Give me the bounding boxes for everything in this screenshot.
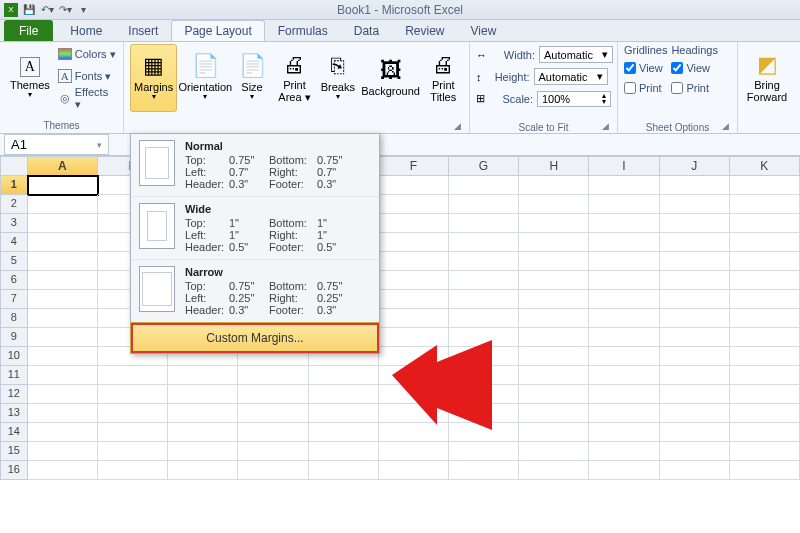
cell[interactable] xyxy=(660,328,730,347)
tab-home[interactable]: Home xyxy=(57,20,115,41)
orientation-button[interactable]: 📄Orientation▾ xyxy=(181,44,229,112)
cell[interactable] xyxy=(449,214,519,233)
row-header[interactable]: 10 xyxy=(0,347,28,366)
cell[interactable] xyxy=(730,233,800,252)
cell[interactable] xyxy=(519,271,589,290)
cell[interactable] xyxy=(98,461,168,480)
cell[interactable] xyxy=(660,442,730,461)
row-header[interactable]: 12 xyxy=(0,385,28,404)
row-header[interactable]: 4 xyxy=(0,233,28,252)
cell[interactable] xyxy=(379,309,449,328)
qat-customize-icon[interactable]: ▾ xyxy=(76,3,90,17)
cell[interactable] xyxy=(309,442,379,461)
cell[interactable] xyxy=(730,328,800,347)
cell[interactable] xyxy=(98,366,168,385)
cell[interactable] xyxy=(309,461,379,480)
bring-forward-button[interactable]: ◩Bring Forward xyxy=(744,44,790,112)
cell[interactable] xyxy=(449,176,519,195)
row-header[interactable]: 3 xyxy=(0,214,28,233)
cell[interactable] xyxy=(660,366,730,385)
cell[interactable] xyxy=(449,442,519,461)
cell[interactable] xyxy=(660,214,730,233)
cell[interactable] xyxy=(589,385,659,404)
cell[interactable] xyxy=(449,252,519,271)
cell[interactable] xyxy=(519,385,589,404)
cell[interactable] xyxy=(379,176,449,195)
row-header[interactable]: 9 xyxy=(0,328,28,347)
size-button[interactable]: 📄Size▾ xyxy=(233,44,270,112)
undo-icon[interactable]: ↶▾ xyxy=(40,3,54,17)
margins-option-narrow[interactable]: Narrow Top:0.75"Bottom:0.75" Left:0.25"R… xyxy=(131,260,379,323)
cell[interactable] xyxy=(519,404,589,423)
custom-margins-button[interactable]: Custom Margins... xyxy=(131,323,379,353)
themes-button[interactable]: A Themes ▾ xyxy=(6,44,54,112)
cell[interactable] xyxy=(730,423,800,442)
fonts-button[interactable]: AFonts ▾ xyxy=(58,66,117,86)
cell[interactable] xyxy=(519,328,589,347)
cell[interactable] xyxy=(660,309,730,328)
tab-file[interactable]: File xyxy=(4,20,53,41)
cell[interactable] xyxy=(589,214,659,233)
cell[interactable] xyxy=(28,442,98,461)
row-header[interactable]: 7 xyxy=(0,290,28,309)
tab-data[interactable]: Data xyxy=(341,20,392,41)
cell[interactable] xyxy=(589,252,659,271)
cell[interactable] xyxy=(589,423,659,442)
row-header[interactable]: 16 xyxy=(0,461,28,480)
cell[interactable] xyxy=(309,404,379,423)
page-setup-launcher[interactable]: ◢ xyxy=(130,121,463,131)
cell[interactable] xyxy=(379,252,449,271)
cell[interactable] xyxy=(28,366,98,385)
scale-launcher[interactable]: ◢ xyxy=(476,121,611,131)
cell[interactable] xyxy=(379,214,449,233)
margins-button[interactable]: ▦ Margins ▾ xyxy=(130,44,177,112)
cell[interactable] xyxy=(28,176,98,195)
cell[interactable] xyxy=(238,442,308,461)
redo-icon[interactable]: ↷▾ xyxy=(58,3,72,17)
cell[interactable] xyxy=(660,252,730,271)
margins-option-normal[interactable]: Normal Top:0.75"Bottom:0.75" Left:0.7"Ri… xyxy=(131,134,379,197)
cell[interactable] xyxy=(519,290,589,309)
col-header[interactable]: G xyxy=(449,156,519,176)
cell[interactable] xyxy=(98,385,168,404)
cell[interactable] xyxy=(28,309,98,328)
cell[interactable] xyxy=(238,423,308,442)
cell[interactable] xyxy=(28,461,98,480)
tab-formulas[interactable]: Formulas xyxy=(265,20,341,41)
cell[interactable] xyxy=(28,252,98,271)
cell[interactable] xyxy=(168,404,238,423)
cell[interactable] xyxy=(28,233,98,252)
scale-spinner[interactable]: 100%▴▾ xyxy=(537,91,611,107)
cell[interactable] xyxy=(660,423,730,442)
col-header[interactable]: J xyxy=(660,156,730,176)
cell[interactable] xyxy=(309,366,379,385)
print-area-button[interactable]: 🖨Print Area ▾ xyxy=(275,44,314,112)
cell[interactable] xyxy=(660,233,730,252)
cell[interactable] xyxy=(168,442,238,461)
cell[interactable] xyxy=(589,309,659,328)
cell[interactable] xyxy=(730,176,800,195)
cell[interactable] xyxy=(449,233,519,252)
col-header-a[interactable]: A xyxy=(28,156,98,176)
cell[interactable] xyxy=(660,347,730,366)
cell[interactable] xyxy=(309,423,379,442)
cell[interactable] xyxy=(28,328,98,347)
headings-print-checkbox[interactable]: Print xyxy=(671,78,717,98)
cell[interactable] xyxy=(28,404,98,423)
cell[interactable] xyxy=(589,366,659,385)
cell[interactable] xyxy=(238,461,308,480)
row-header[interactable]: 5 xyxy=(0,252,28,271)
cell[interactable] xyxy=(379,271,449,290)
cell[interactable] xyxy=(730,347,800,366)
cell[interactable] xyxy=(168,461,238,480)
cell[interactable] xyxy=(28,347,98,366)
cell[interactable] xyxy=(519,176,589,195)
cell[interactable] xyxy=(660,271,730,290)
cell[interactable] xyxy=(730,442,800,461)
tab-review[interactable]: Review xyxy=(392,20,457,41)
cell[interactable] xyxy=(589,195,659,214)
cell[interactable] xyxy=(168,366,238,385)
cell[interactable] xyxy=(379,233,449,252)
background-button[interactable]: 🖼Background xyxy=(362,44,420,112)
cell[interactable] xyxy=(379,442,449,461)
